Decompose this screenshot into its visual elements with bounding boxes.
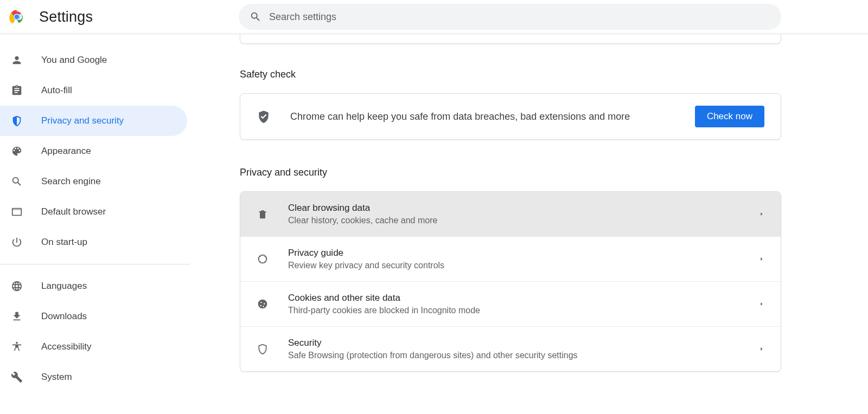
row-security[interactable]: Security Safe Browsing (protection from … [240,327,781,371]
download-icon [11,310,23,322]
search-icon [11,176,23,187]
compass-icon [257,254,269,264]
sidebar-item-label: Search engine [41,176,101,187]
sidebar-item-on-startup[interactable]: On start-up [0,227,190,257]
sidebar-item-label: You and Google [41,55,107,66]
sidebar-item-label: System [41,372,72,383]
row-subtitle: Review key privacy and security controls [288,261,759,270]
sidebar-item-appearance[interactable]: Appearance [0,136,190,166]
sidebar-divider [0,264,190,264]
accessibility-icon [11,341,23,353]
sidebar-item-label: Auto-fill [41,85,72,96]
row-title: Security [288,338,759,348]
row-subtitle: Clear history, cookies, cache and more [288,216,759,225]
safety-check-heading: Safety check [240,69,781,80]
shield-outline-icon [257,344,269,354]
sidebar-item-label: On start-up [41,237,87,248]
row-title: Clear browsing data [288,203,759,214]
sidebar-item-search-engine[interactable]: Search engine [0,166,190,197]
sidebar-item-label: Appearance [41,146,91,157]
sidebar-item-auto-fill[interactable]: Auto-fill [0,75,190,106]
row-cookies[interactable]: Cookies and other site data Third-party … [240,282,781,327]
browser-icon [11,206,23,218]
chrome-logo-icon [9,9,25,25]
row-clear-browsing-data[interactable]: Clear browsing data Clear history, cooki… [240,192,781,237]
globe-icon [11,280,23,292]
chevron-right-icon [759,256,764,262]
search-icon [250,11,261,23]
sidebar-item-you-and-google[interactable]: You and Google [0,45,190,75]
search-input[interactable] [269,11,770,23]
shield-icon [11,115,23,127]
app-header: Settings [0,0,868,34]
previous-card-bottom [240,34,781,44]
sidebar-item-label: Accessibility [41,341,92,352]
check-now-button[interactable]: Check now [695,106,764,127]
sidebar-item-default-browser[interactable]: Default browser [0,197,190,227]
search-box[interactable] [239,4,781,30]
privacy-security-heading: Privacy and security [240,167,781,178]
row-subtitle: Safe Browsing (protection from dangerous… [288,351,759,360]
row-title: Cookies and other site data [288,293,759,303]
shield-check-icon [257,109,271,124]
sidebar-item-label: Privacy and security [41,115,124,126]
svg-point-3 [259,255,267,263]
clipboard-icon [11,85,23,96]
sidebar-item-label: Default browser [41,206,106,217]
chevron-right-icon [759,346,764,352]
wrench-icon [11,371,23,383]
palette-icon [11,145,23,157]
sidebar-item-languages[interactable]: Languages [0,271,190,301]
sidebar-item-accessibility[interactable]: Accessibility [0,332,190,362]
sidebar-item-system[interactable]: System [0,362,190,392]
row-privacy-guide[interactable]: Privacy guide Review key privacy and sec… [240,237,781,282]
main-content: Safety check Chrome can help keep you sa… [190,34,868,414]
person-icon [11,54,23,66]
chevron-right-icon [759,301,764,307]
power-icon [11,236,23,248]
sidebar-item-downloads[interactable]: Downloads [0,301,190,332]
sidebar-item-label: Languages [41,281,87,292]
safety-check-text: Chrome can help keep you safe from data … [290,111,695,122]
cookie-icon [257,299,269,309]
row-subtitle: Third-party cookies are blocked in Incog… [288,306,759,315]
trash-icon [257,209,269,219]
sidebar-item-label: Downloads [41,311,87,322]
sidebar-item-privacy-security[interactable]: Privacy and security [0,106,187,136]
safety-check-card: Chrome can help keep you safe from data … [240,93,781,140]
privacy-security-card: Clear browsing data Clear history, cooki… [240,191,781,372]
page-title: Settings [39,9,93,25]
sidebar: You and Google Auto-fill Privacy and sec… [0,34,190,414]
chevron-right-icon [759,211,764,217]
row-title: Privacy guide [288,248,759,258]
